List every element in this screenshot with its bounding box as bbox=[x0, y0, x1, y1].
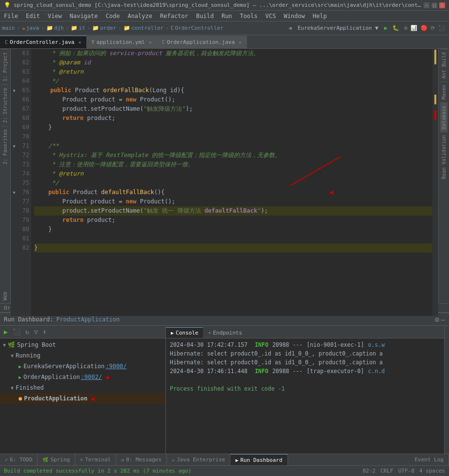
fold-65[interactable]: ▼ bbox=[11, 86, 18, 95]
endpoints-tab[interactable]: ⚡ Endpoints bbox=[203, 328, 247, 338]
nav-it-label[interactable]: it bbox=[79, 25, 85, 31]
finished-section[interactable]: ▼ Finished bbox=[0, 382, 165, 393]
run-btn[interactable]: ▶ bbox=[2, 327, 10, 337]
menu-view[interactable]: View bbox=[44, 11, 66, 21]
log-line-3: Hibernate: select product0_.id as id1_0_… bbox=[170, 358, 440, 367]
menu-refactor[interactable]: Refactor bbox=[156, 11, 192, 21]
menu-build[interactable]: Build bbox=[192, 11, 218, 21]
order-arrow-annotation: ◀ bbox=[105, 373, 109, 381]
nav-class-label[interactable]: OrderController bbox=[175, 25, 223, 31]
nav-controller[interactable]: 📁 bbox=[123, 25, 130, 31]
code-line-72: * Hystrix: 基于 RestTemplate 的统一降级配置；指定统一降… bbox=[34, 151, 432, 160]
running-section[interactable]: ▼ Running bbox=[0, 350, 165, 361]
running-label: Running bbox=[16, 352, 41, 359]
maven-panel-btn[interactable]: Maven bbox=[440, 81, 448, 102]
eureka-app-row[interactable]: ▶ EurekaServerApplication :9000/ bbox=[0, 361, 165, 372]
menu-code[interactable]: Code bbox=[102, 11, 124, 21]
panel-minimize-icon[interactable]: – bbox=[441, 316, 445, 323]
tab-application-yml[interactable]: Y application.yml ✕ bbox=[87, 36, 157, 48]
menu-run[interactable]: Run bbox=[218, 11, 236, 21]
console-scrollbar[interactable] bbox=[444, 326, 449, 454]
order-port-link[interactable]: :9002/ bbox=[81, 374, 102, 380]
code-line-80: } bbox=[34, 225, 432, 234]
tab-order-application-label: OrderApplication.java bbox=[167, 39, 235, 45]
fold-76[interactable]: ▼ bbox=[11, 188, 18, 197]
menu-edit[interactable]: Edit bbox=[22, 11, 44, 21]
spring-tab[interactable]: 🌿 Spring bbox=[38, 454, 75, 466]
nav-main[interactable]: main bbox=[2, 25, 15, 31]
menu-vcs[interactable]: VCS bbox=[262, 11, 280, 21]
nav-java[interactable]: ☕ bbox=[22, 25, 25, 31]
bean-validation-panel-btn[interactable]: Bean Validation bbox=[440, 132, 448, 182]
console-area: ▶ Console ⚡ Endpoints 2024-04-30 17:42:4… bbox=[166, 326, 444, 454]
ant-build-panel-btn[interactable]: Ant Build bbox=[440, 49, 448, 81]
nav-java-label[interactable]: java bbox=[26, 25, 40, 31]
menu-navigate[interactable]: Navigate bbox=[66, 11, 102, 21]
close-button[interactable]: ✕ bbox=[439, 2, 445, 8]
fold-71[interactable]: ▼ bbox=[11, 141, 18, 151]
tab-close-icon[interactable]: ✕ bbox=[78, 40, 81, 45]
nav-djh[interactable]: 📁 bbox=[46, 25, 53, 31]
java-enterprise-tab[interactable]: ☕ Java Enterprise bbox=[167, 454, 230, 466]
nav-it[interactable]: 📁 bbox=[71, 25, 78, 31]
database-panel-btn[interactable]: Database bbox=[440, 102, 448, 132]
spring-boot-group[interactable]: ▼ 🌿 Spring Boot bbox=[0, 339, 165, 350]
code-line-74: * @return bbox=[34, 169, 432, 178]
nav-run-config[interactable]: EurekaServerApplication ▼ bbox=[295, 25, 382, 31]
nav-order[interactable]: 📁 bbox=[92, 25, 99, 31]
tab-order-app-close-icon[interactable]: ✕ bbox=[239, 40, 242, 45]
rerun-btn[interactable]: ↻ bbox=[23, 327, 31, 337]
code-line-64: */ bbox=[34, 77, 432, 86]
spring-icon: 🌿 bbox=[8, 341, 15, 348]
code-line-73: * 注意：使用统一降级配置，需要返回类型保持一致。 bbox=[34, 160, 432, 169]
terminal-icon: > bbox=[80, 457, 83, 462]
nav-djh-label[interactable]: djh bbox=[54, 25, 64, 31]
order-app-row[interactable]: ▶ OrderApplication :9002/ ◀ bbox=[0, 372, 165, 382]
menu-tools[interactable]: Tools bbox=[236, 11, 262, 21]
line-numbers: 61 62 63 64 65 66 67 68 69 70 71 72 73 7… bbox=[18, 49, 31, 316]
code-line-65: public Product orderFallBack(Long id){ bbox=[34, 86, 432, 95]
messages-tab[interactable]: ✉ 0: Messages bbox=[116, 454, 167, 466]
filter-btn[interactable]: ▽ bbox=[32, 327, 40, 337]
encoding[interactable]: UTF-8 bbox=[398, 468, 414, 474]
title-bar: 💡 spring_cloud_sonsul_demo [C:\java-test… bbox=[0, 0, 449, 11]
web-panel-btn[interactable]: Web bbox=[1, 289, 9, 303]
todo-tab[interactable]: ✓ 6: TODO bbox=[0, 454, 38, 466]
minimize-button[interactable]: – bbox=[424, 2, 429, 8]
menu-window[interactable]: Window bbox=[280, 11, 308, 21]
panel-header-left: Run Dashboard: ProductApplication bbox=[4, 316, 120, 323]
nav-order-label[interactable]: order bbox=[100, 25, 116, 31]
nav-run-btn[interactable]: ▶ bbox=[382, 25, 389, 31]
terminal-tab[interactable]: > Terminal bbox=[75, 454, 116, 466]
build-status: Build completed successfully in 2 s 282 … bbox=[4, 468, 191, 474]
project-panel-btn[interactable]: 1: Project bbox=[1, 49, 9, 84]
run-dashboard-tab[interactable]: ▶ Run Dashboard bbox=[230, 454, 287, 466]
nav-controller-label[interactable]: controller bbox=[131, 25, 163, 31]
eureka-port-link[interactable]: :9000/ bbox=[105, 363, 126, 370]
indent[interactable]: 4 spaces bbox=[419, 468, 445, 474]
event-log-tab[interactable]: Event Log bbox=[409, 454, 449, 466]
messages-icon: ✉ bbox=[121, 457, 124, 462]
editor-scroll[interactable] bbox=[432, 49, 438, 316]
scroll-btn[interactable]: ⬇ bbox=[41, 327, 48, 337]
tab-order-app-icon: C bbox=[162, 40, 165, 45]
structure-panel-btn[interactable]: 2: Structure bbox=[1, 84, 9, 126]
menu-file[interactable]: File bbox=[0, 11, 22, 21]
log-line-finished: Process finished with exit code -1 bbox=[170, 384, 440, 393]
tab-yml-close-icon[interactable]: ✕ bbox=[149, 40, 152, 45]
tab-order-application[interactable]: C OrderApplication.java ✕ bbox=[157, 36, 247, 48]
line-endings[interactable]: CRLF bbox=[380, 468, 393, 474]
menu-analyze[interactable]: Analyze bbox=[123, 11, 156, 21]
console-tab[interactable]: ▶ Console bbox=[166, 327, 203, 338]
favorites-panel-btn[interactable]: 2: Favorites bbox=[1, 126, 9, 167]
maximize-button[interactable]: □ bbox=[431, 2, 437, 8]
product-app-row[interactable]: ● ProductApplication ◀ bbox=[0, 393, 165, 404]
stop-btn[interactable]: ⬛ bbox=[11, 327, 22, 337]
panel-settings-icon[interactable]: ⚙ bbox=[435, 316, 439, 323]
nav-debug-btn[interactable]: 🐛 bbox=[390, 25, 401, 31]
code-line-70 bbox=[34, 132, 432, 141]
nav-back[interactable]: ◀ bbox=[286, 25, 294, 31]
app-icon: 💡 bbox=[4, 2, 11, 8]
tab-order-controller[interactable]: C OrderController.java ✕ bbox=[0, 36, 87, 48]
menu-help[interactable]: Help bbox=[309, 11, 331, 21]
